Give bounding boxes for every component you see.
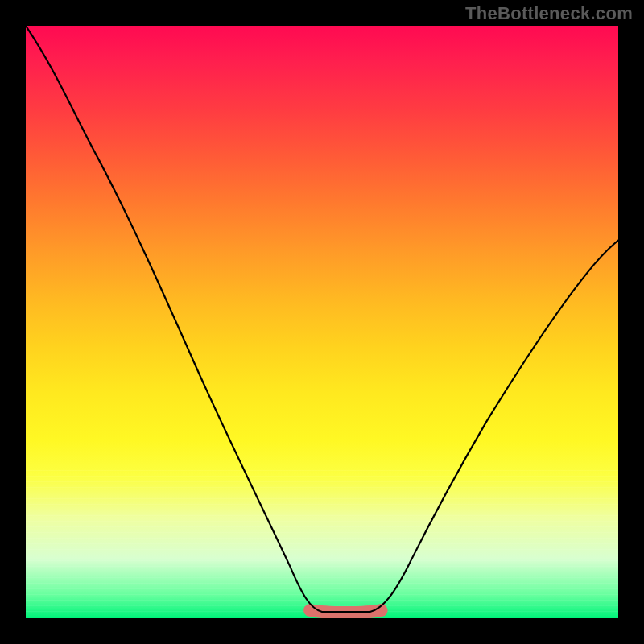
curves-svg <box>26 26 618 618</box>
v-curve-line <box>26 26 618 612</box>
watermark-text: TheBottleneck.com <box>465 3 633 24</box>
plot-area <box>24 24 620 620</box>
chart-frame: TheBottleneck.com <box>0 0 644 644</box>
